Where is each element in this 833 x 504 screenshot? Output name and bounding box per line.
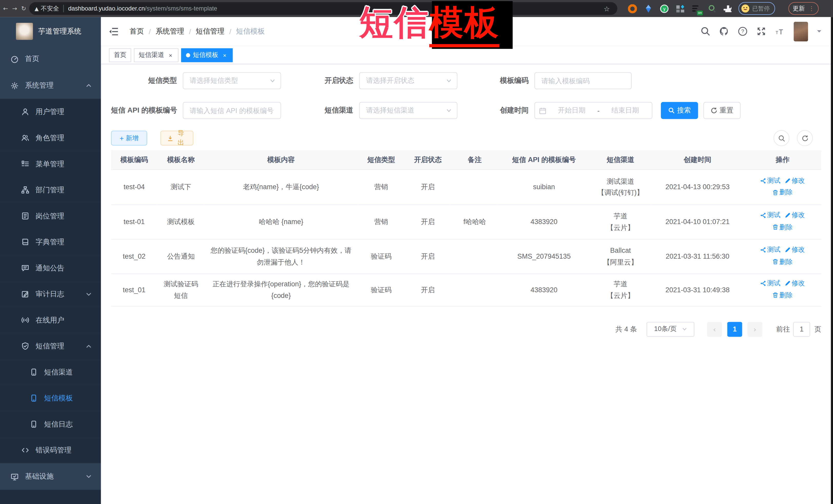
export-button[interactable]: 导出	[161, 131, 193, 146]
sidebar-item-post-management[interactable]: 岗位管理	[0, 203, 101, 229]
tab-label: 短信模板	[193, 50, 218, 59]
breadcrumb-item[interactable]: 首页	[130, 27, 144, 36]
api-template-id-input[interactable]	[183, 102, 281, 118]
tab-短信模板[interactable]: 短信模板×	[181, 48, 233, 62]
browser-back-icon[interactable]: ←	[2, 5, 9, 12]
template-code-input[interactable]	[535, 73, 631, 89]
sidebar-item-error-code-management[interactable]: 错误码管理	[0, 437, 101, 463]
sidebar-item-home[interactable]: 首页	[0, 46, 101, 72]
sidebar-item-menu-management[interactable]: 菜单管理	[0, 151, 101, 177]
extension-blue-kite-icon[interactable]	[644, 4, 653, 13]
browser-forward-icon[interactable]: →	[11, 5, 18, 12]
tab-短信渠道[interactable]: 短信渠道×	[134, 48, 178, 62]
breadcrumb-item[interactable]: 系统管理	[156, 27, 184, 36]
delete-link[interactable]: 删除	[772, 256, 793, 267]
sidebar-item-role-management[interactable]: 角色管理	[0, 125, 101, 151]
test-link[interactable]: 测试	[760, 210, 781, 221]
sidebar-item-notice-announcement[interactable]: 通知公告	[0, 255, 101, 281]
user-avatar[interactable]	[794, 22, 808, 41]
sidebar-item-system-management[interactable]: 系统管理	[0, 72, 101, 99]
sidebar-item-label: 角色管理	[35, 133, 64, 143]
table-cell: 哈哈哈 {name}	[205, 205, 358, 239]
delete-link[interactable]: 删除	[772, 290, 793, 301]
browser-reload-icon[interactable]: ↻	[20, 5, 27, 12]
sidebar-item-audit-log[interactable]: 审计日志	[0, 281, 101, 307]
goto-page-input[interactable]	[793, 322, 810, 337]
help-icon[interactable]: ?	[738, 27, 747, 36]
table-cell: 测试下	[157, 169, 204, 205]
github-icon[interactable]	[719, 27, 729, 36]
sidebar-item-label: 用户管理	[35, 107, 64, 117]
create-time-range-picker[interactable]: 开始日期 - 结束日期	[534, 102, 652, 119]
bookmark-star-icon[interactable]: ☆	[604, 5, 610, 13]
test-link[interactable]: 测试	[760, 175, 781, 186]
sidebar-item-infrastructure[interactable]: 基础设施	[0, 463, 101, 490]
header-search-icon[interactable]	[701, 27, 710, 36]
sidebar-item-user-management[interactable]: 用户管理	[0, 99, 101, 125]
extension-grid-icon[interactable]	[676, 4, 685, 13]
sms-type-select[interactable]: 请选择短信类型	[183, 72, 281, 89]
end-date-placeholder: 结束日期	[603, 105, 648, 115]
next-page-button[interactable]: ›	[747, 322, 762, 337]
extension-green-y-icon[interactable]: y	[660, 4, 669, 13]
add-button[interactable]: + 新增	[111, 131, 147, 146]
sidebar-item-sms-channel[interactable]: 短信渠道	[0, 359, 101, 385]
page-size-select[interactable]: 10条/页	[647, 322, 694, 337]
sidebar-item-online-users[interactable]: 在线用户	[0, 307, 101, 333]
table-cell: SMS_207945135	[498, 239, 590, 273]
app-logo[interactable]: 芋道管理系统	[0, 17, 101, 46]
avatar-caret-down-icon[interactable]	[817, 30, 822, 34]
extension-orange-ring-icon[interactable]	[628, 4, 637, 13]
status-select[interactable]: 请选择开启状态	[359, 72, 457, 89]
browser-menu-kebab-icon[interactable]: ⋮	[809, 6, 814, 11]
fullscreen-icon[interactable]	[757, 27, 766, 36]
refresh-table-button[interactable]	[797, 130, 813, 146]
delete-link[interactable]: 删除	[772, 222, 793, 233]
tab-首页[interactable]: 首页	[109, 48, 131, 62]
edit-link[interactable]: 修改	[785, 175, 805, 186]
test-link[interactable]: 测试	[760, 278, 781, 289]
delete-link[interactable]: 删除	[772, 187, 793, 198]
sidebar-item-sms-management[interactable]: 短信管理	[0, 333, 101, 359]
search-button[interactable]: 搜索	[661, 102, 698, 119]
toggle-search-button[interactable]	[774, 130, 789, 146]
plus-icon: +	[120, 135, 124, 142]
download-icon	[167, 135, 173, 141]
address-bar[interactable]: ▲ 不安全 dashboard.yudao.iocoder.cn/system/…	[29, 2, 617, 15]
current-page-button[interactable]: 1	[728, 322, 742, 337]
sidebar-item-label: 审计日志	[35, 289, 64, 299]
profile-emoji-icon	[741, 4, 750, 13]
edit-link[interactable]: 修改	[785, 210, 805, 221]
sidebar-item-sms-log[interactable]: 短信日志	[0, 411, 101, 437]
sidebar-item-dept-management[interactable]: 部门管理	[0, 177, 101, 203]
table-cell: 2021-03-31 11:56:30	[651, 239, 744, 273]
channel-select[interactable]: 请选择短信渠道	[359, 102, 457, 119]
extensions-puzzle-icon[interactable]	[723, 4, 733, 13]
edit-link[interactable]: 修改	[785, 245, 805, 256]
table-cell: 测试修改删除	[744, 239, 822, 273]
reset-button[interactable]: 重置	[703, 102, 740, 119]
extension-magnifier-icon[interactable]	[708, 4, 717, 13]
breadcrumb-item[interactable]: 短信管理	[196, 27, 224, 36]
sidebar: 芋道管理系统 首页系统管理用户管理角色管理菜单管理部门管理岗位管理字典管理通知公…	[0, 17, 101, 504]
url-separator	[63, 5, 64, 12]
extension-list-on-icon[interactable]: on	[692, 4, 701, 13]
edit-link[interactable]: 修改	[785, 278, 805, 289]
font-size-icon[interactable]: TT	[775, 27, 785, 36]
test-link[interactable]: 测试	[760, 245, 781, 256]
tab-close-icon[interactable]: ×	[167, 52, 174, 58]
phone-icon	[30, 394, 38, 402]
browser-update-button[interactable]: 更新 ⋮	[788, 2, 819, 15]
sidebar-item-sms-template[interactable]: 短信模板	[0, 385, 101, 411]
tab-close-icon[interactable]: ×	[221, 52, 228, 58]
sidebar-item-label: 错误码管理	[35, 445, 72, 455]
table-cell: 老鸡{name}，牛逼{code}	[205, 169, 358, 205]
sidebar-collapse-icon[interactable]	[109, 27, 118, 35]
sidebar-item-dict-management[interactable]: 字典管理	[0, 229, 101, 255]
browser-profile-paused[interactable]: 已暂停	[738, 2, 775, 15]
table-cell: 2021-03-31 10:49:38	[651, 273, 744, 306]
table-cell: 测试修改删除	[744, 169, 822, 205]
prev-page-button[interactable]: ‹	[707, 322, 722, 337]
dict-icon	[21, 238, 29, 246]
svg-text:?: ?	[741, 28, 744, 34]
